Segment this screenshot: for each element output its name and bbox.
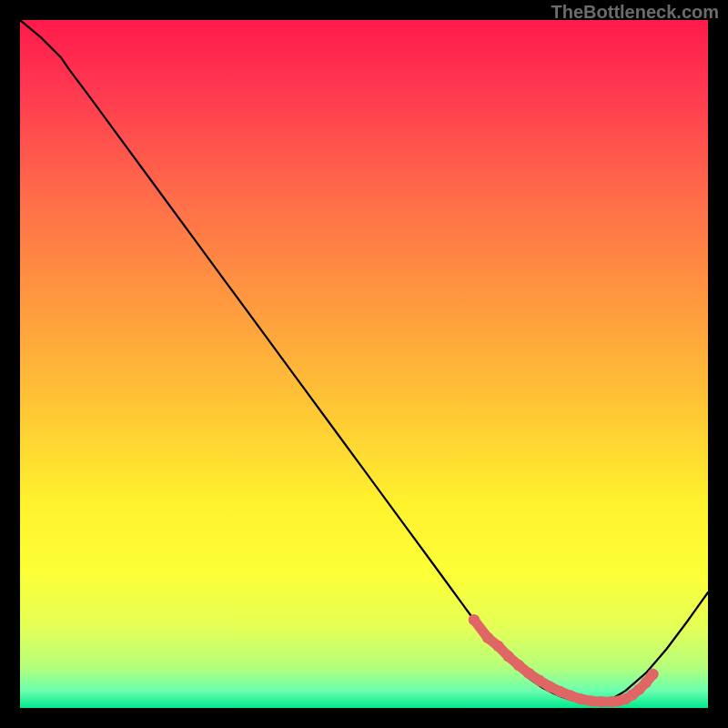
chart-container: TheBottleneck.com <box>0 0 728 728</box>
chart-svg <box>20 20 708 708</box>
plot-area <box>20 20 708 708</box>
sweet-spot-dot <box>585 695 596 706</box>
sweet-spot-dot <box>534 675 545 686</box>
sweet-spot-dot <box>513 660 524 671</box>
sweet-spot-dot <box>565 690 576 701</box>
sweet-spot-dot <box>647 669 658 680</box>
sweet-spot-dot <box>482 632 493 643</box>
sweet-spot-dot <box>523 668 534 679</box>
sweet-spot-dot <box>469 614 480 625</box>
gradient-background <box>20 20 708 708</box>
sweet-spot-dot <box>596 696 607 707</box>
sweet-spot-dot <box>492 641 503 652</box>
sweet-spot-dot <box>575 693 586 704</box>
sweet-spot-dot <box>544 681 555 692</box>
sweet-spot-dot <box>503 651 514 662</box>
sweet-spot-dot <box>554 686 565 697</box>
